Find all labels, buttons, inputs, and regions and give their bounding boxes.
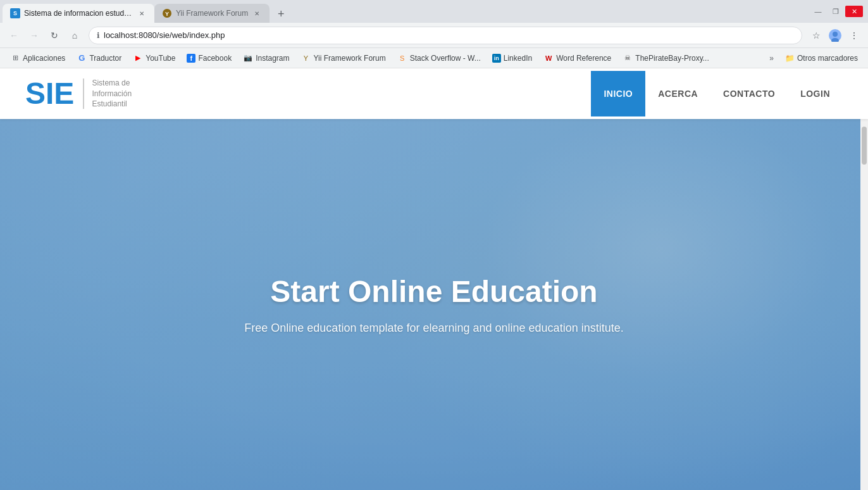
tab2-favicon: Y xyxy=(162,8,172,18)
tab-inactive[interactable]: Y Yii Framework Forum ✕ xyxy=(154,4,270,23)
menu-button[interactable]: ⋮ xyxy=(845,27,863,44)
other-bookmarks-label: Otros marcadores xyxy=(797,54,858,63)
back-button[interactable]: ← xyxy=(5,27,23,44)
secure-icon: ℹ xyxy=(97,31,100,40)
piratebay-icon: ☠ xyxy=(623,53,633,63)
bookmark-facebook-label: Facebook xyxy=(198,54,232,63)
address-bar-right: ☆ ⋮ xyxy=(807,27,863,44)
instagram-icon: 📷 xyxy=(243,53,253,63)
title-bar: S Sistema de informacion estudian... ✕ Y… xyxy=(0,0,868,23)
logo-acronym: SIE xyxy=(25,79,84,109)
svg-point-3 xyxy=(833,32,838,37)
browser-window: S Sistema de informacion estudian... ✕ Y… xyxy=(0,0,868,490)
bookmark-yii[interactable]: Y Yii Framework Forum xyxy=(296,51,391,66)
nav-inicio[interactable]: INICIO xyxy=(591,71,645,116)
site-navbar: SIE Sistema de Información Estudiantil I… xyxy=(0,68,868,119)
bookmark-instagram[interactable]: 📷 Instagram xyxy=(238,51,294,66)
maximize-button[interactable]: ❐ xyxy=(828,6,844,17)
bookmarks-bar: ⊞ Aplicaciones G Traductor ▶ YouTube f F… xyxy=(0,48,868,68)
bookmark-traductor[interactable]: G Traductor xyxy=(71,51,127,66)
yii-icon: Y xyxy=(301,53,311,63)
home-button[interactable]: ⌂ xyxy=(66,27,84,44)
new-tab-button[interactable]: + xyxy=(272,5,290,23)
forward-button[interactable]: → xyxy=(25,27,43,44)
tab1-close-button[interactable]: ✕ xyxy=(137,8,147,18)
facebook-icon: f xyxy=(187,54,195,63)
bookmark-youtube[interactable]: ▶ YouTube xyxy=(128,51,180,66)
bookmark-aplicaciones-label: Aplicaciones xyxy=(23,54,65,63)
logo-line2: Información xyxy=(92,89,132,99)
site-nav: INICIO ACERCA CONTACTO LOGIN xyxy=(591,71,843,116)
hero-subtitle: Free Online education template for elear… xyxy=(244,322,623,335)
logo-line3: Estudiantil xyxy=(92,99,132,110)
bookmark-wordreference-label: Word Reference xyxy=(556,54,611,63)
window-controls: — ❐ ✕ xyxy=(810,6,868,17)
youtube-icon: ▶ xyxy=(133,53,143,63)
bookmark-wordreference[interactable]: W Word Reference xyxy=(538,51,616,66)
logo-line1: Sistema de xyxy=(92,78,132,89)
traductor-icon: G xyxy=(77,53,87,63)
other-bookmarks[interactable]: 📁 Otros marcadores xyxy=(780,51,863,65)
tab-active[interactable]: S Sistema de informacion estudian... ✕ xyxy=(3,4,154,23)
logo-text: Sistema de Información Estudiantil xyxy=(92,78,132,110)
web-content: SIE Sistema de Información Estudiantil I… xyxy=(0,68,868,490)
hero-section: Start Online Education Free Online educa… xyxy=(0,119,868,490)
tab2-title: Yii Framework Forum xyxy=(176,9,248,18)
bookmark-stackoverflow[interactable]: S Stack Overflow - W... xyxy=(392,51,486,66)
url-bar[interactable]: ℹ localhost:8080/sie/web/index.php xyxy=(89,27,802,44)
svg-text:Y: Y xyxy=(165,11,169,17)
refresh-button[interactable]: ↻ xyxy=(46,27,63,44)
linkedin-icon: in xyxy=(492,54,501,63)
close-button[interactable]: ✕ xyxy=(845,6,863,17)
tab2-close-button[interactable]: ✕ xyxy=(252,8,262,18)
bookmark-youtube-label: YouTube xyxy=(146,54,175,63)
stackoverflow-icon: S xyxy=(397,53,407,63)
wordreference-icon: W xyxy=(543,53,554,63)
bookmark-instagram-label: Instagram xyxy=(256,54,289,63)
bookmark-stackoverflow-label: Stack Overflow - W... xyxy=(410,54,481,63)
bookmark-piratebay[interactable]: ☠ ThePirateBay-Proxy... xyxy=(617,51,714,66)
bookmark-traductor-label: Traductor xyxy=(89,54,121,63)
hero-title: Start Online Education xyxy=(244,274,623,309)
bookmark-star-button[interactable]: ☆ xyxy=(807,27,825,44)
tab1-favicon: S xyxy=(10,8,20,18)
bookmark-facebook[interactable]: f Facebook xyxy=(182,51,237,65)
nav-contacto[interactable]: CONTACTO xyxy=(710,71,788,116)
scrollbar-thumb[interactable] xyxy=(862,127,867,165)
hero-content: Start Online Education Free Online educa… xyxy=(219,249,648,360)
bookmark-folder-icon: 📁 xyxy=(785,54,795,63)
tab1-title: Sistema de informacion estudian... xyxy=(24,9,133,18)
bookmark-aplicaciones[interactable]: ⊞ Aplicaciones xyxy=(5,51,70,66)
tabs-area: S Sistema de informacion estudian... ✕ Y… xyxy=(0,0,810,23)
bookmark-piratebay-label: ThePirateBay-Proxy... xyxy=(635,54,709,63)
nav-acerca[interactable]: ACERCA xyxy=(645,71,710,116)
address-bar: ← → ↻ ⌂ ℹ localhost:8080/sie/web/index.p… xyxy=(0,23,868,48)
bookmarks-more-button[interactable]: » xyxy=(764,51,779,65)
aplicaciones-icon: ⊞ xyxy=(10,53,20,63)
bookmark-linkedin[interactable]: in LinkedIn xyxy=(487,51,537,65)
nav-login[interactable]: LOGIN xyxy=(788,71,843,116)
scrollbar[interactable] xyxy=(860,119,868,490)
minimize-button[interactable]: — xyxy=(810,6,826,17)
bookmark-yii-label: Yii Framework Forum xyxy=(314,54,386,63)
bookmark-linkedin-label: LinkedIn xyxy=(504,54,532,63)
site-logo: SIE Sistema de Información Estudiantil xyxy=(25,78,132,110)
profile-button[interactable] xyxy=(826,27,844,44)
url-text: localhost:8080/sie/web/index.php xyxy=(104,30,794,40)
